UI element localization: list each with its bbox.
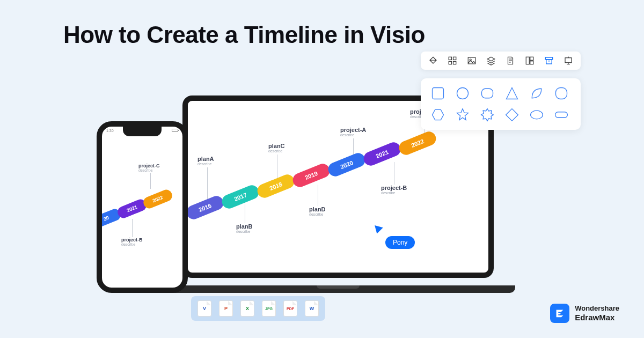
- export-jpg[interactable]: JPG: [262, 300, 276, 317]
- svg-rect-11: [565, 58, 572, 63]
- svg-rect-2: [449, 62, 451, 64]
- connector: [318, 185, 318, 206]
- label-planD: planDdescribe: [309, 206, 326, 216]
- shape-diamond[interactable]: [504, 107, 519, 122]
- timeline-seg-2021: 2021: [362, 140, 402, 167]
- fill-icon[interactable]: [428, 56, 438, 65]
- svg-rect-8: [530, 61, 533, 64]
- toolbar: [421, 52, 581, 70]
- phone-seg-2022: 2022: [142, 188, 174, 210]
- export-visio[interactable]: V: [197, 300, 211, 317]
- phone-label-projB: project-Bdescribe: [121, 237, 143, 246]
- phone-mockup: 1:30 project-Cdescribe 20 2021 2022 proj…: [97, 121, 188, 293]
- export-powerpoint[interactable]: P: [219, 300, 233, 317]
- timeline-seg-2022: 2022: [397, 129, 438, 157]
- connector: [132, 219, 133, 237]
- svg-rect-10: [546, 60, 552, 64]
- grid-icon[interactable]: [448, 56, 457, 65]
- export-excel[interactable]: X: [240, 300, 254, 317]
- shape-square[interactable]: [430, 86, 445, 101]
- svg-rect-17: [555, 112, 568, 118]
- timeline-seg-2019: 2019: [291, 161, 332, 189]
- brand-footer: Wondershare EdrawMax: [550, 304, 619, 323]
- collaborator-name: Pony: [385, 236, 415, 249]
- svg-point-16: [531, 111, 543, 119]
- svg-rect-12: [433, 88, 444, 99]
- shape-burst[interactable]: [480, 107, 495, 122]
- shape-hexagon[interactable]: [430, 107, 445, 122]
- shape-squircle[interactable]: [554, 86, 569, 101]
- layout-icon[interactable]: [525, 56, 535, 65]
- shapes-panel: [421, 78, 581, 130]
- svg-point-13: [457, 88, 469, 99]
- timeline-seg-2018: 2018: [255, 172, 296, 200]
- phone-time: 1:30: [106, 129, 114, 133]
- label-planB: planBdescribe: [236, 223, 253, 233]
- layers-icon[interactable]: [486, 56, 496, 65]
- phone-notch: [123, 127, 162, 136]
- export-word[interactable]: W: [305, 300, 319, 317]
- export-pdf[interactable]: PDF: [283, 300, 297, 317]
- svg-rect-15: [556, 88, 567, 99]
- shape-triangle[interactable]: [504, 86, 519, 101]
- svg-rect-6: [526, 57, 529, 64]
- label-projB: project-Bdescribe: [381, 185, 407, 195]
- connector: [207, 167, 208, 201]
- page-title: How to Create a Timeline in Visio: [63, 21, 425, 48]
- svg-rect-4: [468, 57, 475, 64]
- cursor-icon: [375, 223, 384, 233]
- connector: [150, 173, 151, 189]
- brand-edrawmax: EdrawMax: [575, 313, 619, 322]
- timeline-seg-2020: 2020: [326, 151, 367, 178]
- label-planC: planCdescribe: [268, 143, 285, 153]
- archive-icon[interactable]: [544, 56, 554, 65]
- timeline-seg-2017: 2017: [220, 183, 261, 210]
- shape-circle[interactable]: [455, 86, 470, 101]
- shape-capsule[interactable]: [554, 107, 569, 122]
- svg-rect-0: [449, 57, 451, 60]
- phone-label-projC: project-Cdescribe: [138, 163, 160, 172]
- collaborator-cursor: Pony: [376, 224, 415, 249]
- page-icon[interactable]: [506, 56, 515, 65]
- svg-rect-7: [530, 57, 533, 60]
- shape-leaf[interactable]: [529, 86, 544, 101]
- shape-rounded-rect[interactable]: [480, 86, 495, 101]
- edrawmax-logo-icon: [550, 304, 569, 323]
- image-icon[interactable]: [467, 56, 477, 65]
- svg-rect-3: [453, 62, 456, 64]
- svg-rect-14: [482, 89, 493, 98]
- svg-rect-1: [453, 57, 456, 60]
- export-formats-bar: V P X JPG PDF W: [191, 296, 325, 321]
- label-projA: project-Adescribe: [340, 127, 366, 137]
- phone-battery-icon: [172, 129, 178, 132]
- brand-wondershare: Wondershare: [575, 305, 619, 313]
- shape-star[interactable]: [455, 107, 470, 122]
- present-icon[interactable]: [564, 56, 573, 65]
- connector: [394, 162, 394, 185]
- connector: [245, 204, 245, 223]
- shape-ellipse[interactable]: [529, 107, 544, 122]
- timeline-seg-2016: 2016: [185, 194, 225, 221]
- laptop-base: [161, 285, 515, 293]
- label-planA: planAdescribe: [197, 156, 214, 166]
